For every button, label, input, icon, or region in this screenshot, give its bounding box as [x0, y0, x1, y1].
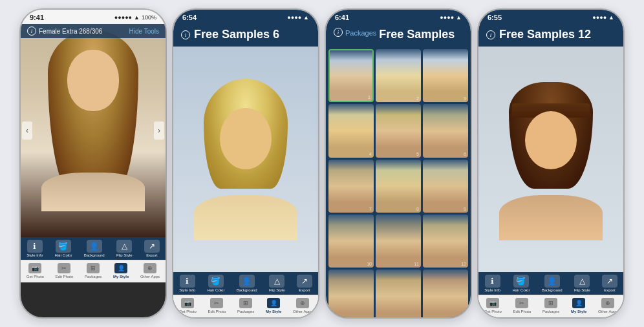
- style-info-icon-4: ℹ: [485, 275, 500, 288]
- grid-item-2[interactable]: 2: [376, 49, 421, 102]
- hair-color-icon-4: 🪣: [513, 275, 529, 288]
- screen-3: i Packages Free Samples 1 2 3: [326, 24, 471, 319]
- grid-item-12[interactable]: 12: [423, 215, 468, 268]
- grid-item-7[interactable]: 7: [328, 160, 374, 213]
- tab-my-style-2[interactable]: 👤 My Style: [266, 298, 281, 313]
- grid-item-5[interactable]: 5: [376, 104, 421, 157]
- grid-item-4[interactable]: 4: [328, 104, 374, 157]
- item-num-2: 2: [416, 96, 419, 101]
- tab-edit-photo-2[interactable]: ✂ Edit Photo: [208, 298, 226, 313]
- edit-icon-1: ✂: [58, 263, 70, 273]
- tab-packages-1[interactable]: ⊞ Packages: [85, 263, 102, 279]
- camera-icon-2: 📷: [181, 298, 194, 308]
- main-photo-2: [173, 47, 318, 272]
- grid-item-1[interactable]: 1: [328, 49, 374, 102]
- wifi-icon-4: ▲: [608, 14, 614, 21]
- grid-item-13[interactable]: 13: [328, 269, 374, 319]
- info-icon-2[interactable]: i: [181, 30, 190, 39]
- signal-icon-2: ●●●●: [287, 14, 301, 21]
- packages-icon-2: ⊞: [239, 298, 252, 308]
- style-info-btn-1[interactable]: ℹ Style Info: [27, 240, 43, 257]
- info-icon-1[interactable]: i: [27, 26, 36, 36]
- hair-color-btn-4[interactable]: 🪣 Hair Color: [512, 275, 530, 292]
- item-num-11: 11: [414, 262, 419, 266]
- wifi-icon-2: ▲: [303, 14, 309, 21]
- camera-icon-1: 📷: [28, 263, 41, 273]
- background-btn-4[interactable]: 👤 Background: [542, 275, 563, 292]
- tab-other-apps-2[interactable]: ⊕ Other Apps: [293, 298, 312, 313]
- tab-other-apps-1[interactable]: ⊕ Other Apps: [140, 263, 160, 279]
- flip-style-btn-2[interactable]: △ Flip Style: [269, 275, 285, 292]
- style-info-btn-4[interactable]: ℹ Style Info: [484, 275, 500, 292]
- phone-4: 6:55 ●●●● ▲ i Free Samples 12: [477, 8, 625, 319]
- phone-2: 6:54 ●●●● ▲ i Free Samples 6: [172, 8, 319, 319]
- export-btn-1[interactable]: ↗ Export: [144, 240, 160, 257]
- time-3: 6:41: [335, 14, 349, 21]
- grid-item-11[interactable]: 11: [376, 215, 421, 268]
- background-btn-1[interactable]: 👤 Background: [84, 240, 105, 257]
- hair-color-icon-1: 🪣: [56, 240, 71, 253]
- back-btn-3[interactable]: Packages: [345, 28, 376, 37]
- export-btn-2[interactable]: ↗ Export: [297, 275, 312, 292]
- grid-item-15[interactable]: 15: [423, 269, 468, 319]
- time-1: 9:41: [30, 14, 44, 21]
- flip-style-icon-1: △: [116, 240, 132, 253]
- grid-item-8[interactable]: 8: [376, 160, 421, 213]
- hair-color-btn-2[interactable]: 🪣 Hair Color: [207, 275, 224, 292]
- grid-item-9[interactable]: 9: [423, 160, 468, 213]
- style-info-btn-2[interactable]: ℹ Style Info: [179, 275, 195, 292]
- flip-style-btn-4[interactable]: △ Flip Style: [574, 275, 590, 292]
- tab-my-style-4[interactable]: 👤 My Style: [571, 298, 586, 313]
- status-bar-3: 6:41 ●●●● ▲: [326, 10, 471, 24]
- flip-style-icon-2: △: [269, 275, 284, 288]
- thumbnail-12: [423, 215, 468, 268]
- header-title-1: Female Extra 268/306: [39, 28, 102, 35]
- other-apps-icon-2: ⊕: [296, 298, 309, 308]
- thumbnail-3: [423, 49, 468, 102]
- thumbnail-2: [376, 49, 421, 102]
- status-icons-4: ●●●● ▲: [592, 14, 614, 21]
- edit-icon-2: ✂: [210, 298, 223, 308]
- hair-color-btn-1[interactable]: 🪣 Hair Color: [54, 240, 72, 257]
- info-icon-3[interactable]: i: [334, 28, 343, 37]
- tab-packages-2[interactable]: ⊞ Packages: [237, 298, 254, 313]
- background-btn-2[interactable]: 👤 Background: [237, 275, 257, 292]
- tab-get-photo-1[interactable]: 📷 Get Photo: [27, 263, 44, 279]
- toolbar-2: ℹ Style Info 🪣 Hair Color 👤 Background △…: [173, 272, 318, 295]
- item-num-7: 7: [369, 207, 372, 211]
- grid-item-10[interactable]: 10: [328, 215, 374, 268]
- nav-arrows: ‹ ›: [21, 121, 166, 140]
- tab-edit-photo-4[interactable]: ✂ Edit Photo: [513, 298, 531, 313]
- thumbnail-15: [423, 269, 468, 319]
- tab-my-style-1[interactable]: 👤 My Style: [113, 263, 129, 279]
- status-icons-1: ●●●●● ▲ 100%: [114, 14, 156, 21]
- grid-item-6[interactable]: 6: [423, 104, 468, 157]
- grid-item-14[interactable]: 14: [376, 269, 421, 319]
- item-num-10: 10: [367, 262, 372, 266]
- tab-other-apps-4[interactable]: ⊕ Other Apps: [598, 298, 617, 313]
- signal-icon-1: ●●●●●: [114, 14, 132, 21]
- header-bar-1: i Female Extra 268/306 Hide Tools: [21, 24, 166, 38]
- tab-edit-photo-1[interactable]: ✂ Edit Photo: [56, 263, 74, 279]
- info-icon-4[interactable]: i: [486, 30, 495, 39]
- thumbnail-10: [328, 215, 374, 268]
- style-info-icon-1: ℹ: [27, 240, 43, 253]
- thumbnail-7: [328, 160, 374, 213]
- tab-get-photo-4[interactable]: 📷 Get Photo: [484, 298, 502, 313]
- item-num-6: 6: [464, 152, 466, 156]
- item-num-15: 15: [461, 317, 466, 319]
- item-num-13: 13: [367, 317, 372, 319]
- bottom-tabs-4: 📷 Get Photo ✂ Edit Photo ⊞ Packages 👤 My…: [478, 295, 623, 317]
- hair-color-icon-2: 🪣: [208, 275, 224, 288]
- item-num-14: 14: [414, 317, 419, 319]
- next-arrow[interactable]: ›: [154, 121, 164, 140]
- hide-tools-btn[interactable]: Hide Tools: [129, 28, 159, 35]
- prev-arrow[interactable]: ‹: [22, 121, 32, 140]
- thumbnail-4: [328, 104, 374, 157]
- export-btn-4[interactable]: ↗ Export: [602, 275, 617, 292]
- tab-get-photo-2[interactable]: 📷 Get Photo: [179, 298, 197, 313]
- tab-packages-4[interactable]: ⊞ Packages: [542, 298, 559, 313]
- page-title-4: Free Samples 12: [499, 28, 591, 41]
- grid-item-3[interactable]: 3: [423, 49, 468, 102]
- flip-style-btn-1[interactable]: △ Flip Style: [116, 240, 133, 257]
